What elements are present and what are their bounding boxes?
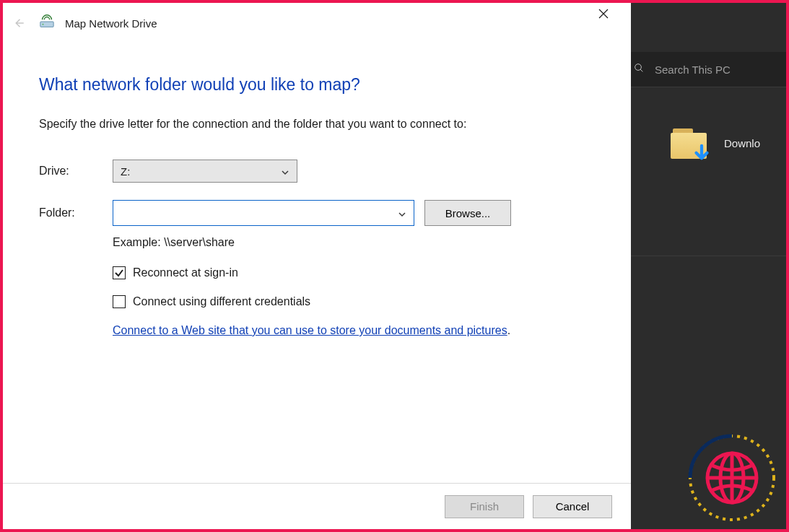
- drive-letter-value: Z:: [113, 162, 137, 180]
- downloads-folder-item[interactable]: Downlo: [671, 126, 760, 160]
- link-period: .: [507, 324, 510, 336]
- explorer-search-box[interactable]: Search This PC: [620, 52, 786, 87]
- folder-label: Folder:: [39, 206, 113, 219]
- dialog-instruction: Specify the drive letter for the connect…: [39, 118, 595, 131]
- dialog-title: Map Network Drive: [65, 17, 157, 30]
- chevron-down-icon: [398, 209, 406, 217]
- different-credentials-checkbox-label: Connect using different credentials: [133, 295, 310, 308]
- map-network-drive-dialog: Map Network Drive What network folder wo…: [3, 3, 631, 529]
- close-button[interactable]: [589, 2, 618, 25]
- folder-path-combobox[interactable]: [113, 200, 414, 226]
- drive-label: Drive:: [39, 165, 113, 178]
- dialog-heading: What network folder would you like to ma…: [39, 75, 595, 95]
- chevron-down-icon: [281, 167, 289, 175]
- search-icon: [633, 62, 645, 77]
- cancel-button[interactable]: Cancel: [533, 495, 612, 518]
- reconnect-checkbox[interactable]: [113, 266, 126, 279]
- downloads-label: Downlo: [724, 137, 760, 149]
- divider: [620, 87, 786, 87]
- reconnect-checkbox-label: Reconnect at sign-in: [133, 266, 238, 279]
- back-button: [9, 13, 29, 33]
- svg-rect-2: [40, 22, 53, 27]
- folder-example-text: Example: \\server\share: [113, 236, 595, 249]
- connect-website-link[interactable]: Connect to a Web site that you can use t…: [113, 324, 507, 336]
- svg-point-3: [43, 24, 44, 25]
- network-drive-icon: [39, 14, 55, 32]
- svg-point-0: [635, 64, 642, 71]
- reconnect-checkbox-row[interactable]: Reconnect at sign-in: [113, 266, 595, 279]
- finish-button: Finish: [445, 495, 524, 518]
- downloads-folder-icon: [671, 126, 708, 160]
- folder-path-value: [113, 210, 128, 216]
- svg-line-1: [640, 69, 642, 71]
- drive-letter-dropdown[interactable]: Z:: [113, 160, 297, 183]
- divider: [620, 256, 786, 256]
- different-credentials-checkbox-row[interactable]: Connect using different credentials: [113, 295, 595, 308]
- browse-button[interactable]: Browse...: [424, 200, 511, 226]
- different-credentials-checkbox[interactable]: [113, 295, 126, 308]
- search-placeholder-text: Search This PC: [655, 64, 731, 76]
